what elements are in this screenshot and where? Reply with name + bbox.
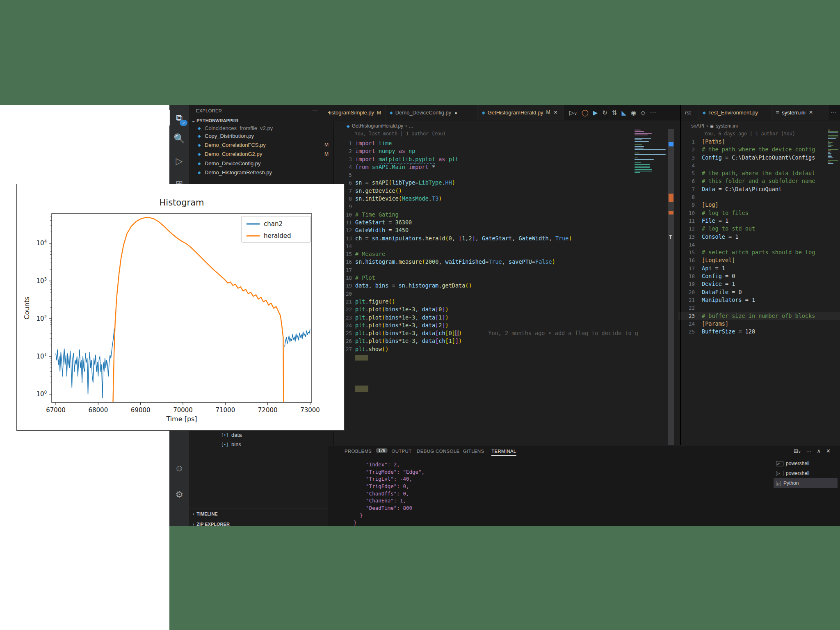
tab-gethistogramherald[interactable]: ◆ GetHistogramHerald.pyM ✕: [478, 105, 564, 120]
code-line-14[interactable]: 14: [328, 242, 634, 250]
tree-item-Copy_Distribution.py[interactable]: ◆Copy_Distribution.py: [189, 131, 333, 140]
code-line-20[interactable]: 20DataFile = 0: [678, 288, 840, 296]
panel-tab-debug-console[interactable]: DEBUG CONSOLE: [417, 449, 459, 454]
jupyter-icon[interactable]: ◯: [582, 109, 589, 116]
tab-demo-deviceconfig[interactable]: ◆ Demo_DeviceConfig.py●: [386, 105, 478, 120]
code-line-23[interactable]: 23# buffer size in number ofb blocks: [678, 312, 840, 320]
breadcrumb[interactable]: ◆ GetHistogramHerald.py›...: [347, 121, 413, 130]
code-line-19[interactable]: 19›data, bins = sn.histogram.getData(): [328, 282, 634, 290]
terminal-output[interactable]: "Index": 2, "TrigMode": "Edge", "TrigLvl…: [354, 461, 425, 526]
run-below-icon[interactable]: ▶: [593, 109, 598, 116]
code-line-5[interactable]: 5# the path, where the data (defaul: [678, 169, 840, 177]
split-editor-icon[interactable]: ◇: [641, 109, 646, 116]
gitlens-icon[interactable]: ◣: [621, 109, 626, 116]
sidebar-section-timeline[interactable]: ›TIMELINE: [189, 509, 333, 519]
code-line-7[interactable]: 7Data = C:\Data\PicoQuant: [678, 185, 840, 193]
code-line-4[interactable]: 4: [678, 162, 840, 169]
panel-tab-gitlens[interactable]: GITLENS: [463, 449, 484, 454]
code-line-19[interactable]: 19Device = 1: [678, 280, 840, 288]
code-line-23[interactable]: 23plt.plot(bins*1e-3, data[1]): [328, 314, 634, 322]
maximize-panel-icon[interactable]: ∧: [817, 448, 821, 454]
search-icon[interactable]: 🔍: [169, 130, 189, 148]
code-line-15[interactable]: 15›# Measure: [328, 250, 634, 258]
run-python-file-button[interactable]: ▷∨: [569, 109, 577, 116]
code-line-8[interactable]: 8sn.initDevice(MeasMode.T3): [328, 195, 634, 203]
code-line-24[interactable]: 24plt.plot(bins*1e-3, data[2]): [328, 322, 634, 329]
sidebar-more-actions-icon[interactable]: ···: [312, 107, 318, 114]
outline-item-data[interactable]: [∙]data: [221, 430, 242, 439]
panel-tab-problems[interactable]: PROBLEMS: [345, 449, 372, 454]
panel-more-actions-icon[interactable]: ⋯: [806, 448, 812, 454]
git-graph-icon[interactable]: ⇅: [612, 109, 617, 116]
code-line-6[interactable]: 6sn = snAPI(libType=LibType.HH): [328, 179, 634, 187]
code-editor-system-ini[interactable]: 1[Paths]2# the path where the device con…: [678, 138, 840, 336]
code-line-17[interactable]: 17: [328, 266, 634, 274]
code-line-18[interactable]: 18# Plot: [328, 274, 634, 282]
split-terminal-icon[interactable]: ⊞∨: [794, 448, 801, 454]
more-actions-icon[interactable]: ⋯: [650, 109, 656, 116]
code-line-21[interactable]: 21plt.figure(): [328, 298, 634, 306]
code-line-26[interactable]: 26plt.plot(bins*1e-3, data[ch[1]]): [328, 337, 634, 345]
code-line-20[interactable]: 20: [328, 290, 634, 298]
code-line-2[interactable]: 2import numpy as np: [328, 147, 634, 155]
code-line-11[interactable]: 11GateStart = 36300: [328, 219, 634, 226]
tab-test-environment[interactable]: ◆ Test_Environment.py: [698, 105, 772, 120]
panel-tab-output[interactable]: OUTPUT: [391, 449, 411, 454]
code-line-4[interactable]: 4from snAPI.Main import *: [328, 163, 634, 171]
code-line-8[interactable]: 8: [678, 193, 840, 201]
sidebar-section-zip-explorer[interactable]: ›ZIP EXPLORER: [189, 519, 333, 526]
panel-tab-terminal[interactable]: TERMINAL: [491, 449, 516, 456]
code-line-9[interactable]: 9[Log]: [678, 201, 840, 209]
code-line-25[interactable]: 25BufferSize = 128: [678, 328, 840, 336]
code-line-9[interactable]: 9: [328, 203, 634, 210]
code-line-21[interactable]: 21Manipulators = 1: [678, 296, 840, 304]
run-debug-icon[interactable]: ▷: [169, 152, 189, 170]
code-line-7[interactable]: 7sn.getDevice(): [328, 187, 634, 195]
settings-gear-icon[interactable]: ⚙: [169, 486, 189, 504]
code-line-18[interactable]: 18Config = 0: [678, 272, 840, 280]
code-line-17[interactable]: 17Api = 1: [678, 265, 840, 272]
close-tab-icon[interactable]: ✕: [554, 110, 558, 115]
terminal-instance-python-2[interactable]: ▷Python: [774, 478, 838, 488]
code-line-2[interactable]: 2# the path where the device config: [678, 146, 840, 153]
code-line-25[interactable]: 25plt.plot(bins*1e-3, data[ch[0]])You, 2…: [328, 329, 634, 337]
code-line-3[interactable]: 3Config = C:\Data\PicoQuant\Configs: [678, 154, 840, 162]
code-line-10[interactable]: 10# Time Gating: [328, 211, 634, 219]
code-line-13[interactable]: 13Console = 1: [678, 233, 840, 241]
code-line-24[interactable]: 24[Params]: [678, 320, 840, 328]
more-actions-icon[interactable]: ⋯: [831, 109, 837, 116]
compare-heads-icon[interactable]: ◉: [631, 109, 636, 116]
tab-rst-partial[interactable]: rst: [681, 105, 698, 120]
terminal-instance-powershell-1[interactable]: >_powershell: [774, 468, 838, 478]
minimap[interactable]: [634, 128, 667, 444]
code-editor-gethistogramherald[interactable]: 1import time2import numpy as np3import m…: [328, 139, 634, 353]
code-line-16[interactable]: 16[LogLevel]: [678, 256, 840, 264]
account-icon[interactable]: ☺: [169, 459, 189, 477]
code-line-22[interactable]: 22plt.plot(bins*1e-3, data[0]): [328, 306, 634, 313]
tree-item-Demo_CorrelationG2.py[interactable]: ◆Demo_CorrelationG2.pyM: [189, 150, 333, 159]
code-line-13[interactable]: 13ch = sn.manipulators.herald(0, [1,2], …: [328, 235, 634, 242]
code-line-10[interactable]: 10# log to files: [678, 209, 840, 217]
code-line-15[interactable]: 15# select witch parts should be log: [678, 249, 840, 256]
outline-item-bins[interactable]: [∙]bins: [221, 440, 241, 449]
explorer-icon[interactable]: ⧉ 2: [169, 109, 189, 127]
code-line-22[interactable]: 22: [678, 304, 840, 312]
folder-section-pythonwrapper[interactable]: ⌄ PYTHONWRAPPER: [192, 118, 238, 123]
code-line-27[interactable]: 27plt.show(): [328, 345, 634, 353]
close-tab-icon[interactable]: ✕: [809, 110, 813, 115]
code-line-12[interactable]: 12# log to std out: [678, 225, 840, 233]
code-line-11[interactable]: 11File = 1: [678, 217, 840, 225]
minimap-right[interactable]: [827, 128, 839, 177]
code-line-1[interactable]: 1import time: [328, 139, 634, 147]
tab-system-ini[interactable]: ≣ system.ini ✕: [772, 105, 829, 120]
timeline-history-icon[interactable]: ↻: [602, 109, 607, 116]
tree-item-Demo_HistogramRefresh.py[interactable]: ◆Demo_HistogramRefresh.py: [189, 168, 333, 177]
breadcrumb-right[interactable]: snAPI› ≣ system.ini: [691, 121, 738, 130]
code-line-5[interactable]: 5: [328, 171, 634, 179]
tab-histogramsimple[interactable]: HistogramSimple.pyM: [328, 105, 386, 120]
code-line-16[interactable]: 16›sn.histogram.measure(2000, waitFinish…: [328, 258, 634, 266]
matplotlib-figure-window[interactable]: HistogramTime [ps]Counts6700068000690007…: [16, 184, 345, 431]
code-line-3[interactable]: 3import matplotlib.pyplot as plt: [328, 155, 634, 163]
tree-item-Coincidences_fromfile_v2.py[interactable]: ◆Coincidences_fromfile_v2.py: [189, 125, 333, 131]
tree-item-Demo_CorrelationFCS.py[interactable]: ◆Demo_CorrelationFCS.pyM: [189, 140, 333, 149]
